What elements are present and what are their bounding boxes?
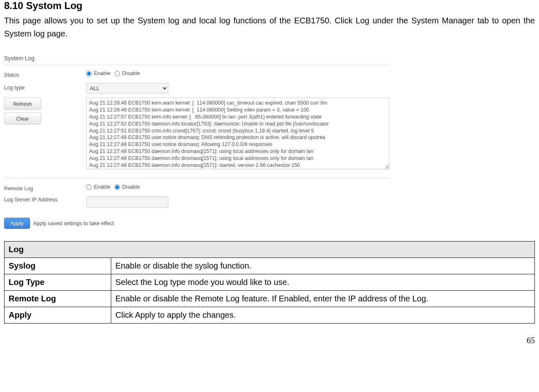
table-key: Log Type [5,274,111,291]
remote-disable-option[interactable]: Disable [115,184,140,190]
apply-hint: Apply saved settings to take effect [33,220,114,226]
table-row: Remote Log Enable or disable the Remote … [5,291,535,307]
remote-enable-label: Enable [94,184,110,190]
clear-button[interactable]: Clear [4,112,41,125]
status-enable-label: Enable [94,70,110,76]
table-val: Enable or disable the Remote Log feature… [111,291,535,307]
log-server-ip-label: Log Server IP Address [4,196,86,203]
table-key: Apply [5,307,111,324]
status-disable-option[interactable]: Disable [115,70,140,76]
log-area-row: Refresh Clear [4,96,389,169]
table-val: Enable or disable the syslog function. [111,258,535,274]
section-intro: This page allows you to set up the Syste… [4,14,535,40]
table-val: Select the Log type mode you would like … [111,274,535,291]
status-radios: Enable Disable [86,70,389,76]
table-header-row: Log [5,242,535,258]
table-row: Apply Click Apply to apply the changes. [5,307,535,324]
status-label: Status [4,70,86,78]
logtype-row: Log type ALL [4,80,389,96]
status-row: Status Enable Disable [4,68,389,80]
status-enable-option[interactable]: Enable [86,70,112,76]
section-title: 8.10 Systom Log [4,0,535,11]
remote-log-radios: Enable Disable [86,184,389,190]
status-disable-radio[interactable] [115,71,120,76]
divider [4,178,389,178]
remote-disable-label: Disable [122,184,140,190]
remote-disable-radio[interactable] [115,185,120,190]
table-row: Syslog Enable or disable the syslog func… [5,258,535,274]
log-server-ip-row: Log Server IP Address [4,194,389,210]
logtype-label: Log type [4,83,86,91]
table-val: Click Apply to apply the changes. [111,307,535,324]
table-key: Remote Log [5,291,111,307]
status-enable-radio[interactable] [86,71,92,76]
table-header: Log [5,242,535,258]
status-disable-label: Disable [122,70,140,76]
refresh-button[interactable]: Refresh [4,98,41,110]
remote-enable-radio[interactable] [86,185,92,190]
remote-log-row: Remote Log Enable Disable [4,181,389,194]
log-textarea[interactable] [86,98,389,169]
description-table: Log Syslog Enable or disable the syslog … [4,241,535,324]
apply-row: Apply Apply saved settings to take effec… [4,218,389,229]
panel-title: System Log [4,55,389,65]
remote-log-label: Remote Log [4,184,86,191]
apply-button[interactable]: Apply [4,218,30,229]
table-row: Log Type Select the Log type mode you wo… [5,274,535,291]
remote-enable-option[interactable]: Enable [86,184,112,190]
page-number: 65 [0,324,539,349]
screenshot-panel: System Log Status Enable Disable Log typ… [4,48,389,229]
table-key: Syslog [5,258,111,274]
log-server-ip-input[interactable] [86,196,168,208]
logtype-select[interactable]: ALL [86,83,168,93]
